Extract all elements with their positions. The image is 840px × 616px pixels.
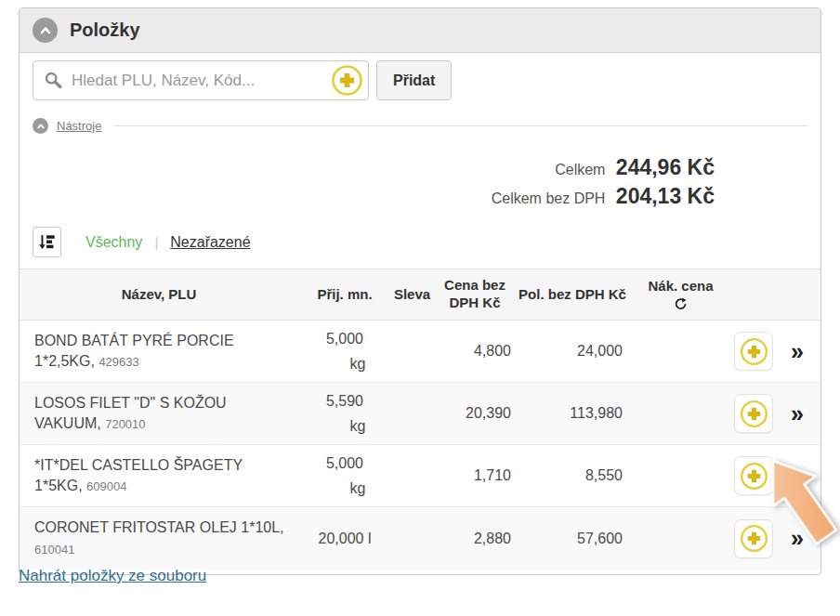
item-price-no-vat-cell: 2,880 [433,531,517,547]
upload-items-link[interactable]: Nahrát položky ze souboru [19,567,206,585]
row-expand-button[interactable]: » [791,402,804,426]
total-value: 244,96 Kč [616,155,715,179]
tools-row: Nástroje [20,110,820,134]
item-add-cell [733,519,774,558]
total-net-value: 204,13 Kč [616,184,715,208]
col-header-qty: Přij. mn. [298,286,391,304]
row-expand-button[interactable]: » [791,465,804,488]
sort-amount-icon [38,233,56,251]
row-add-button[interactable] [734,519,773,558]
table-row: CORONET FRITOSTAR OLEJ 1*10L, 610041 20,… [20,507,820,570]
plus-circle-icon [740,462,768,491]
search-add-button[interactable] [331,64,363,97]
item-qty-cell: 5,000kg [298,331,391,373]
col-header-name: Název, PLU [20,286,298,304]
filter-row: Všechny | Nezařazené [20,212,820,269]
item-qty-cell: 5,000kg [298,455,391,497]
item-expand-cell: » [774,340,820,363]
item-name-cell: *IT*DEL CASTELLO ŠPAGETY 1*5KG, 609004 [20,448,298,505]
chevron-up-icon [35,121,46,132]
row-add-button[interactable] [734,332,773,371]
chevron-up-icon [37,22,54,39]
item-price-no-vat-cell: 20,390 [433,405,517,422]
item-add-cell [733,394,774,433]
item-qty-cell: 20,000 l [298,531,391,547]
item-expand-cell: » [774,402,820,426]
item-line-no-vat-cell: 24,000 [517,343,628,360]
item-name: *IT*DEL CASTELLO ŠPAGETY 1*5KG, [34,457,243,493]
refresh-purchase-price-button[interactable] [674,297,688,311]
col-header-line-no-vat: Pol. bez DPH Kč [517,286,628,304]
item-expand-cell: » [774,465,820,488]
total-line: Celkem 244,96 Kč [20,154,715,183]
item-name-cell: BOND BATÁT PYRÉ PORCIE 1*2,5KG, 429633 [20,323,298,380]
item-add-cell [733,332,774,371]
item-name: CORONET FRITOSTAR OLEJ 1*10L, [34,519,284,535]
item-plu: 429633 [98,355,138,369]
item-line-no-vat-cell: 8,550 [517,467,628,484]
search-icon [45,72,62,89]
refresh-icon [674,297,688,311]
col-header-price-no-vat: Cena bez DPH Kč [433,277,517,312]
search-row: Přidat [20,53,820,110]
item-plu: 610041 [34,543,74,557]
item-name-cell: LOSOS FILET "D" S KOŽOU VAKUUM, 720010 [20,386,298,442]
tab-unassigned-items[interactable]: Nezařazené [170,234,250,251]
totals-block: Celkem 244,96 Kč Celkem bez DPH 204,13 K… [20,134,820,212]
item-name-cell: CORONET FRITOSTAR OLEJ 1*10L, 610041 [20,510,298,567]
plus-circle-icon [740,400,768,428]
tools-link[interactable]: Nástroje [57,119,101,133]
total-net-line: Celkem bez DPH 204,13 Kč [20,183,715,212]
row-add-button[interactable] [734,394,773,433]
total-net-label: Celkem bez DPH [492,190,606,206]
plus-circle-icon [740,524,768,553]
tools-collapse-button[interactable] [33,118,48,134]
tab-all-items[interactable]: Všechny [85,234,142,251]
sort-button[interactable] [33,227,61,257]
row-expand-button[interactable]: » [791,527,804,550]
panel-title: Položky [70,20,140,41]
table-row: LOSOS FILET "D" S KOŽOU VAKUUM, 720010 5… [20,383,820,445]
items-panel: Položky Přidat Nástroje Celkem 244,96 Kč [19,7,821,575]
add-item-button[interactable]: Přidat [376,60,452,100]
item-price-no-vat-cell: 1,710 [433,467,517,484]
total-label: Celkem [555,162,605,177]
plus-circle-icon [331,64,363,97]
table-row: *IT*DEL CASTELLO ŠPAGETY 1*5KG, 609004 5… [20,445,820,507]
panel-header: Položky [20,8,820,53]
search-box [33,60,369,100]
item-line-no-vat-cell: 113,980 [517,405,628,422]
table-header-row: Název, PLU Přij. mn. Sleva Cena bez DPH … [20,269,820,321]
item-qty-cell: 5,590kg [298,393,391,435]
row-expand-button[interactable]: » [791,340,804,363]
tools-divider-rule [114,125,807,126]
item-add-cell [733,456,774,495]
table-body: BOND BATÁT PYRÉ PORCIE 1*2,5KG, 429633 5… [20,321,820,570]
col-header-purchase-price: Nák. cena [628,278,733,311]
item-price-no-vat-cell: 4,800 [433,343,517,360]
search-input[interactable] [72,72,331,90]
item-plu: 720010 [105,417,145,431]
item-expand-cell: » [774,527,820,550]
row-add-button[interactable] [734,456,773,495]
tab-divider: | [154,234,158,250]
item-line-no-vat-cell: 57,600 [517,531,628,547]
table-row: BOND BATÁT PYRÉ PORCIE 1*2,5KG, 429633 5… [20,321,820,383]
plus-circle-icon [740,337,768,366]
item-plu: 609004 [86,479,126,493]
col-header-discount: Sleva [391,286,433,304]
collapse-panel-button[interactable] [33,18,58,43]
